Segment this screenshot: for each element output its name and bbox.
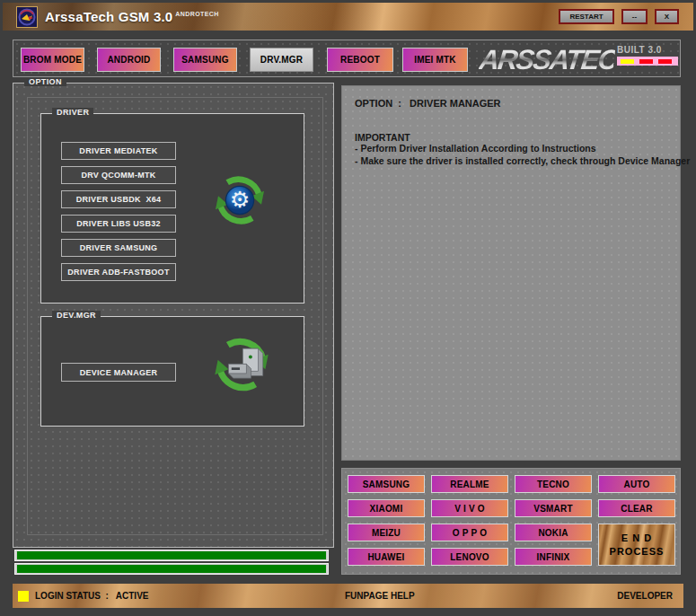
brand-xiaomi-button[interactable]: XIAOMI <box>348 499 425 517</box>
built-indicator-bar <box>617 57 678 66</box>
brand-huawei-button[interactable]: HUAWEI <box>348 548 425 566</box>
driver-sync-gear-icon: ⚙ <box>212 173 268 231</box>
important-note: - Make sure the driver is installed corr… <box>355 155 667 168</box>
driver-group: DRIVER DRIVER MEDIATEK DRV QCOMM-MTK DRI… <box>40 113 304 304</box>
driver-mediatek-button[interactable]: DRIVER MEDIATEK <box>61 142 176 160</box>
end-process-line2: PROCESS <box>610 545 665 559</box>
brand-realme-button[interactable]: REALME <box>431 475 508 493</box>
restart-button[interactable]: RESTART <box>559 9 614 24</box>
brand-oppo-button[interactable]: O P P O <box>431 524 508 541</box>
option-status-line: OPTION : DRIVER MANAGER <box>355 98 667 109</box>
nav-android-button[interactable]: ANDROID <box>97 48 161 72</box>
device-manager-button[interactable]: DEVICE MANAGER <box>61 363 176 382</box>
end-process-button[interactable]: E N D PROCESS <box>598 524 675 566</box>
driver-usbdk-x64-button[interactable]: DRIVER USBDK X64 <box>61 190 176 208</box>
developer-link[interactable]: DEVELOPER <box>617 591 673 601</box>
nav-imei-mtk-button[interactable]: IMEI MTK <box>402 48 468 72</box>
progress-bar-top <box>14 550 329 561</box>
important-title: IMPORTANT <box>355 132 667 143</box>
option-group-label: OPTION <box>24 77 66 86</box>
driver-libs-usb32-button[interactable]: DRIVER LIBS USB32 <box>61 215 176 233</box>
minimize-button[interactable]: -- <box>621 9 648 24</box>
brand-samsung-button[interactable]: SAMSUNG <box>348 475 425 493</box>
window-controls: RESTART -- X <box>559 9 679 24</box>
nav-reboot-button[interactable]: REBOOT <box>327 48 393 72</box>
progress-fill <box>17 565 326 573</box>
nav-samsung-button[interactable]: SAMSUNG <box>173 48 237 72</box>
progress-bar-bottom <box>14 563 329 575</box>
info-panel: OPTION : DRIVER MANAGER IMPORTANT - Perf… <box>341 85 681 461</box>
brand-vsmart-button[interactable]: VSMART <box>515 499 592 517</box>
title-bar: ArssaTech GSM 3.0 ANDROTECH RESTART -- X <box>3 3 693 31</box>
status-bar: LOGIN STATUS : ACTIVE FUNPAGE HELP DEVEL… <box>13 584 683 608</box>
yellow-chip <box>621 59 634 64</box>
brand-lenovo-button[interactable]: LENOVO <box>431 548 508 566</box>
app-title: ArssaTech GSM 3.0 <box>45 9 172 24</box>
brand-panel: SAMSUNG REALME TECNO AUTO XIAOMI V I V O… <box>341 468 681 575</box>
driver-qcomm-mtk-button[interactable]: DRV QCOMM-MTK <box>61 166 176 184</box>
important-note: - Perform Driver Installation According … <box>355 143 667 155</box>
svg-text:⚙: ⚙ <box>230 187 251 213</box>
nav-brom-mode-button[interactable]: BROM MODE <box>21 48 84 72</box>
funpage-help-link[interactable]: FUNPAGE HELP <box>345 591 415 601</box>
option-panel: OPTION DRIVER DRIVER MEDIATEK DRV QCOMM-… <box>13 83 334 548</box>
driver-samsung-button[interactable]: DRIVER SAMSUNG <box>61 239 176 257</box>
device-manager-sync-icon <box>212 333 271 400</box>
brand-tecno-button[interactable]: TECNO <box>515 475 592 493</box>
app-logo-icon <box>16 6 38 28</box>
nav-drv-mgr-button[interactable]: DRV.MGR <box>250 48 313 72</box>
driver-adb-fastboot-button[interactable]: DRIVER ADB-FASTBOOT <box>61 263 176 281</box>
nav-bar: BROM MODE ANDROID SAMSUNG DRV.MGR REBOOT… <box>13 40 681 77</box>
progress-fill <box>17 551 326 559</box>
end-process-line1: E N D <box>621 532 652 545</box>
red-chip <box>658 59 672 64</box>
auto-button[interactable]: AUTO <box>598 475 675 493</box>
brand-meizu-button[interactable]: MEIZU <box>348 524 425 541</box>
devmgr-group-label: DEV.MGR <box>52 311 101 320</box>
devmgr-group: DEV.MGR DEVICE MANAGER <box>40 316 304 427</box>
close-button[interactable]: X <box>655 9 679 24</box>
built-badge: BUILT 3.0 <box>617 45 680 66</box>
login-status-label: LOGIN STATUS : ACTIVE <box>35 591 148 601</box>
login-status-indicator <box>18 591 29 602</box>
arssatech-brand-logo: ARSSATECH <box>478 44 616 75</box>
driver-group-label: DRIVER <box>52 108 93 117</box>
clear-button[interactable]: CLEAR <box>598 499 675 517</box>
brand-vivo-button[interactable]: V I V O <box>431 499 508 517</box>
red-chip <box>639 59 653 64</box>
app-subtitle: ANDROTECH <box>175 11 218 17</box>
brand-nokia-button[interactable]: NOKIA <box>515 524 592 541</box>
built-version-label: BUILT 3.0 <box>617 45 680 55</box>
brand-infinix-button[interactable]: INFINIX <box>515 548 592 566</box>
